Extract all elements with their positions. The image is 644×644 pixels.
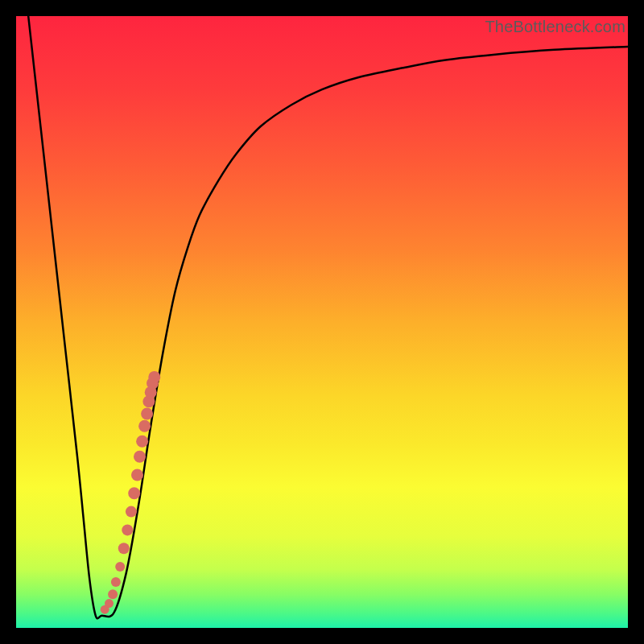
data-marker [105, 599, 114, 608]
data-marker [118, 543, 130, 554]
data-marker [108, 589, 118, 599]
data-marker [115, 562, 125, 572]
chart-overlay [16, 16, 628, 628]
data-marker [126, 506, 137, 518]
watermark-text: TheBottleneck.com [485, 18, 625, 36]
marker-group [101, 371, 161, 614]
data-marker [134, 451, 146, 463]
plot-area: TheBottleneck.com [16, 16, 628, 628]
data-marker [128, 487, 140, 499]
data-marker [136, 436, 148, 448]
chart-frame: TheBottleneck.com [0, 0, 644, 644]
data-marker [131, 469, 143, 481]
data-marker [111, 577, 121, 587]
data-marker [141, 408, 153, 420]
bottleneck-curve [28, 16, 628, 618]
data-marker [148, 371, 160, 383]
data-marker [138, 420, 151, 432]
data-marker [122, 524, 133, 535]
